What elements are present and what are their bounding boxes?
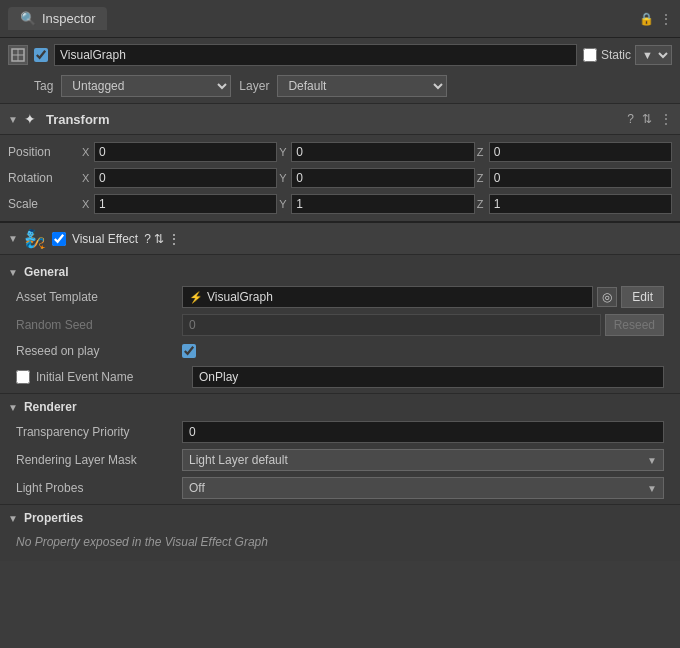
transform-section-header: ▼ ✦ Transform ? ⇅ ⋮ xyxy=(0,103,680,135)
rendering-layer-mask-arrow: ▼ xyxy=(647,455,657,466)
transparency-priority-label: Transparency Priority xyxy=(16,425,176,439)
menu-dots-icon[interactable]: ⋮ xyxy=(660,12,672,26)
scale-z-item: Z xyxy=(477,194,672,214)
ve-collapse-arrow[interactable]: ▼ xyxy=(8,233,18,244)
transform-more-icon[interactable]: ⋮ xyxy=(660,112,672,126)
scale-x-input[interactable] xyxy=(94,194,277,214)
object-enabled-checkbox[interactable] xyxy=(34,48,48,62)
static-checkbox[interactable] xyxy=(583,48,597,62)
position-y-item: Y xyxy=(279,142,474,162)
tag-select[interactable]: Untagged xyxy=(61,75,231,97)
position-z-input[interactable] xyxy=(489,142,672,162)
rotation-z-input[interactable] xyxy=(489,168,672,188)
transform-header-actions: ? ⇅ ⋮ xyxy=(627,112,672,126)
light-probes-dropdown[interactable]: Off ▼ xyxy=(182,477,664,499)
divider-2 xyxy=(0,504,680,505)
transform-body: Position X Y Z Rotation X Y xyxy=(0,135,680,221)
scale-y-item: Y xyxy=(279,194,474,214)
ve-help-icon[interactable]: ? xyxy=(144,232,151,246)
transform-title: Transform xyxy=(46,112,110,127)
position-xyz: X Y Z xyxy=(82,142,672,162)
scale-x-label: X xyxy=(82,198,92,210)
object-row: Static ▼ xyxy=(0,38,680,72)
transparency-priority-row: Transparency Priority xyxy=(0,418,680,446)
transform-collapse-arrow[interactable]: ▼ xyxy=(8,114,18,125)
rotation-row: Rotation X Y Z xyxy=(8,165,672,191)
scale-x-item: X xyxy=(82,194,277,214)
light-probes-label: Light Probes xyxy=(16,481,176,495)
ve-title: Visual Effect xyxy=(72,232,138,246)
scale-xyz: X Y Z xyxy=(82,194,672,214)
ve-more-icon[interactable]: ⋮ xyxy=(168,232,180,246)
random-seed-input-group: Reseed xyxy=(182,314,664,336)
transform-help-icon[interactable]: ? xyxy=(627,112,634,126)
scale-y-label: Y xyxy=(279,198,289,210)
light-probes-row: Light Probes Off ▼ xyxy=(0,474,680,502)
properties-collapse-arrow[interactable]: ▼ xyxy=(8,513,18,524)
tag-layer-row: Tag Untagged Layer Default xyxy=(0,72,680,103)
rotation-label: Rotation xyxy=(8,171,78,185)
scale-row: Scale X Y Z xyxy=(8,191,672,217)
tag-label: Tag xyxy=(34,79,53,93)
static-row: Static ▼ xyxy=(583,45,672,65)
position-label: Position xyxy=(8,145,78,159)
general-header: ▼ General xyxy=(0,261,680,283)
static-dropdown[interactable]: ▼ xyxy=(635,45,672,65)
position-x-input[interactable] xyxy=(94,142,277,162)
layer-label: Layer xyxy=(239,79,269,93)
inspector-tab[interactable]: 🔍 Inspector xyxy=(8,7,107,30)
ve-enabled-checkbox[interactable] xyxy=(52,232,66,246)
lock-icon[interactable]: 🔒 xyxy=(639,12,654,26)
random-seed-input[interactable] xyxy=(182,314,601,336)
title-bar: 🔍 Inspector 🔒 ⋮ xyxy=(0,0,680,38)
rotation-y-input[interactable] xyxy=(291,168,474,188)
edit-button[interactable]: Edit xyxy=(621,286,664,308)
general-collapse-arrow[interactable]: ▼ xyxy=(8,267,18,278)
position-y-input[interactable] xyxy=(291,142,474,162)
general-title: General xyxy=(24,265,69,279)
asset-template-label: Asset Template xyxy=(16,290,176,304)
renderer-collapse-arrow[interactable]: ▼ xyxy=(8,402,18,413)
visual-effect-section-header: ▼ 🧞 Visual Effect ? ⇅ ⋮ xyxy=(0,221,680,255)
inspector-title: Inspector xyxy=(42,11,95,26)
vg-lightning-icon: ⚡ xyxy=(189,291,203,304)
position-x-item: X xyxy=(82,142,277,162)
reseed-on-play-checkbox[interactable] xyxy=(182,344,196,358)
position-y-label: Y xyxy=(279,146,289,158)
object-name-input[interactable] xyxy=(54,44,577,66)
static-label: Static xyxy=(601,48,631,62)
position-x-label: X xyxy=(82,146,92,158)
ve-settings-icon[interactable]: ⇅ xyxy=(154,232,164,246)
ve-header-actions: ? ⇅ ⋮ xyxy=(144,232,179,246)
scale-z-label: Z xyxy=(477,198,487,210)
rotation-y-label: Y xyxy=(279,172,289,184)
position-row: Position X Y Z xyxy=(8,139,672,165)
initial-event-name-row: Initial Event Name xyxy=(0,363,680,391)
rendering-layer-mask-value: Light Layer default xyxy=(189,453,288,467)
scale-z-input[interactable] xyxy=(489,194,672,214)
rotation-z-item: Z xyxy=(477,168,672,188)
rotation-z-label: Z xyxy=(477,172,487,184)
properties-title: Properties xyxy=(24,511,83,525)
reseed-on-play-row: Reseed on play xyxy=(0,339,680,363)
properties-header: ▼ Properties xyxy=(0,507,680,529)
initial-event-name-input[interactable] xyxy=(192,366,664,388)
scale-label: Scale xyxy=(8,197,78,211)
light-probes-value: Off xyxy=(189,481,205,495)
inspector-icon: 🔍 xyxy=(20,11,36,26)
asset-field[interactable]: ⚡ VisualGraph xyxy=(182,286,593,308)
asset-template-row: Asset Template ⚡ VisualGraph ◎ Edit xyxy=(0,283,680,311)
divider-1 xyxy=(0,393,680,394)
reseed-button[interactable]: Reseed xyxy=(605,314,664,336)
scale-y-input[interactable] xyxy=(291,194,474,214)
object-type-icon xyxy=(8,45,28,65)
initial-event-checkbox[interactable] xyxy=(16,370,30,384)
transform-settings-icon[interactable]: ⇅ xyxy=(642,112,652,126)
rendering-layer-mask-dropdown[interactable]: Light Layer default ▼ xyxy=(182,449,664,471)
no-property-text: No Property exposed in the Visual Effect… xyxy=(0,529,680,555)
light-probes-arrow: ▼ xyxy=(647,483,657,494)
transparency-priority-input[interactable] xyxy=(182,421,664,443)
rotation-x-input[interactable] xyxy=(94,168,277,188)
layer-select[interactable]: Default xyxy=(277,75,447,97)
asset-select-button[interactable]: ◎ xyxy=(597,287,617,307)
